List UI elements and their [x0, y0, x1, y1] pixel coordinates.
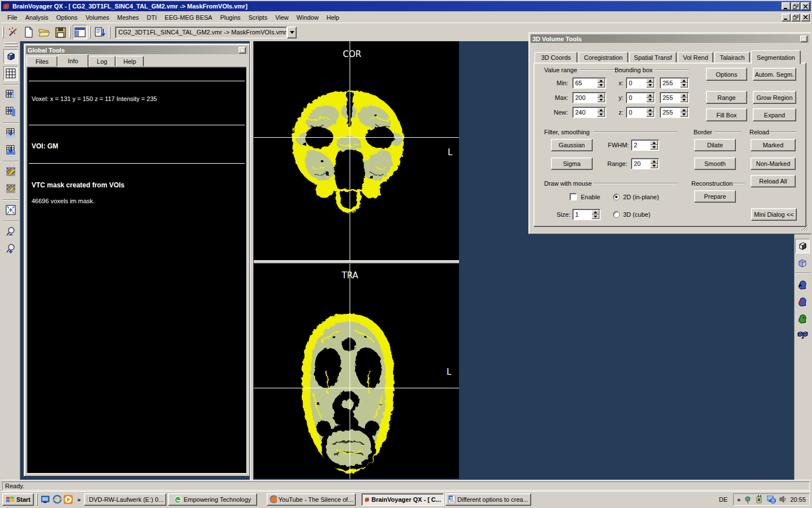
- multi-cube-icon[interactable]: [795, 328, 810, 343]
- smooth-button[interactable]: Smooth: [694, 157, 736, 170]
- fwhm-spinbox[interactable]: 2: [631, 139, 659, 151]
- show-desktop-icon[interactable]: [41, 494, 51, 505]
- dilate-button[interactable]: Dilate: [694, 139, 736, 151]
- y-min-spinbox[interactable]: 0: [626, 92, 655, 103]
- spin-down-icon[interactable]: [680, 83, 688, 87]
- power-plug-icon[interactable]: [756, 495, 764, 503]
- menu-meshes[interactable]: Meshes: [113, 13, 143, 22]
- document-combo[interactable]: CG2_3DT1FL_SINC4_TAL_GM2.vmr -> MaskFrom…: [115, 27, 287, 38]
- tab-help[interactable]: Help: [116, 56, 144, 67]
- options-button[interactable]: Options: [706, 68, 747, 81]
- menu-volumes[interactable]: Volumes: [82, 13, 113, 22]
- toolbar-grip[interactable]: [69, 26, 71, 38]
- wireless-signal-icon[interactable]: [744, 495, 752, 503]
- max-value-spinbox[interactable]: 200: [572, 92, 606, 103]
- z-max-spinbox[interactable]: 255: [660, 107, 689, 118]
- save-file-button[interactable]: [53, 25, 68, 40]
- spin-down-icon[interactable]: [597, 98, 605, 102]
- global-tools-titlebar[interactable]: Global Tools ×: [26, 46, 248, 54]
- expand-button[interactable]: Expand: [753, 108, 796, 121]
- toolbar-grip[interactable]: [89, 26, 91, 38]
- mode-3d-radio[interactable]: [613, 211, 620, 218]
- spin-down-icon[interactable]: [680, 98, 688, 102]
- menu-analysis[interactable]: Analysis: [21, 13, 52, 22]
- internet-explorer-icon[interactable]: [52, 494, 62, 505]
- spin-up-icon[interactable]: [650, 141, 658, 145]
- child-close-icon[interactable]: [801, 14, 810, 21]
- clock[interactable]: 20:55: [790, 496, 806, 503]
- menu-scripts[interactable]: Scripts: [245, 13, 272, 22]
- tab-spatial-transf[interactable]: Spatial Transf: [629, 52, 677, 63]
- toolbar-grip[interactable]: [109, 26, 111, 38]
- menu-options[interactable]: Options: [52, 13, 82, 22]
- head-rotate-icon[interactable]: [795, 277, 810, 292]
- menu-file[interactable]: File: [3, 13, 21, 22]
- grow-region-button[interactable]: Grow Region: [753, 91, 796, 104]
- grid-iso-filled-icon[interactable]: [3, 143, 18, 157]
- left-strip-grip[interactable]: [4, 42, 17, 47]
- tray-collapse-chevron[interactable]: «: [737, 496, 740, 503]
- child-restore-icon[interactable]: [791, 14, 800, 21]
- volume-tools-titlebar[interactable]: 3D Volume Tools ×: [531, 34, 809, 43]
- open-file-button[interactable]: [37, 25, 52, 40]
- tab-talairach[interactable]: Talairach: [714, 52, 750, 63]
- close-icon[interactable]: ×: [800, 36, 807, 42]
- head-rotate-red-icon[interactable]: [795, 294, 810, 309]
- autom-segm-button[interactable]: Autom. Segm.: [753, 68, 796, 81]
- prepare-button[interactable]: Prepare: [694, 190, 736, 203]
- z-min-spinbox[interactable]: 0: [626, 107, 655, 118]
- tab-log[interactable]: Log: [89, 56, 116, 67]
- size-spinbox[interactable]: 1: [572, 209, 601, 220]
- spin-down-icon[interactable]: [597, 112, 605, 117]
- marked-button[interactable]: Marked: [751, 139, 796, 151]
- minimize-icon[interactable]: [782, 2, 791, 10]
- non-marked-button[interactable]: Non-Marked: [751, 157, 796, 170]
- menu-window[interactable]: Window: [293, 13, 323, 22]
- task-brainvoyager[interactable]: BrainVoyager QX - [ C...: [361, 493, 444, 506]
- tab-files[interactable]: Files: [27, 56, 58, 67]
- quick-launch-overflow-chevron[interactable]: »: [74, 496, 84, 503]
- layout-panel-button[interactable]: [73, 25, 87, 40]
- task-dvd-drive[interactable]: DVD-RW-Laufwerk (E:) 0...: [84, 493, 166, 506]
- y-max-spinbox[interactable]: 255: [660, 92, 689, 103]
- spin-up-icon[interactable]: [680, 78, 688, 83]
- enable-checkbox[interactable]: [570, 193, 577, 200]
- task-word-document[interactable]: W Different options to crea...: [445, 493, 531, 506]
- combo-dropdown-button[interactable]: [287, 27, 297, 38]
- task-empowering-technology[interactable]: Empowering Technology: [168, 493, 257, 506]
- toolbar-grip[interactable]: [2, 26, 4, 38]
- menu-dti[interactable]: DTI: [143, 13, 161, 22]
- zoom-in-icon[interactable]: [3, 241, 18, 256]
- spin-down-icon[interactable]: [592, 214, 599, 219]
- volume-speaker-icon[interactable]: [779, 496, 787, 503]
- wand-tool-button[interactable]: [6, 25, 20, 40]
- spin-up-icon[interactable]: [650, 159, 658, 164]
- spin-up-icon[interactable]: [592, 210, 599, 214]
- network-icon[interactable]: [767, 496, 776, 503]
- menu-view[interactable]: View: [271, 13, 293, 22]
- tab-vol-rend[interactable]: Vol Rend: [678, 52, 713, 63]
- dialog-resize-grip[interactable]: [801, 224, 809, 231]
- spin-down-icon[interactable]: [650, 145, 658, 150]
- grid-translate-icon[interactable]: [3, 87, 18, 102]
- spin-up-icon[interactable]: [597, 108, 605, 112]
- new-file-button[interactable]: [21, 25, 36, 40]
- spin-up-icon[interactable]: [680, 108, 688, 112]
- task-youtube-firefox[interactable]: YouTube - The Silence of...: [267, 493, 356, 506]
- menu-plugins[interactable]: Plugins: [216, 13, 244, 22]
- mode-2d-radio[interactable]: [613, 194, 620, 200]
- start-button[interactable]: Start: [2, 493, 34, 506]
- spin-down-icon[interactable]: [680, 112, 688, 117]
- menu-eeg-meg-besa[interactable]: EEG-MEG BESA: [161, 13, 216, 22]
- vertical-splitter[interactable]: [250, 41, 254, 480]
- child-minimize-icon[interactable]: [782, 14, 791, 21]
- wireframe-cube-icon[interactable]: [795, 256, 810, 270]
- tab-coregistration[interactable]: Coregistration: [579, 52, 628, 63]
- language-indicator[interactable]: DE: [716, 495, 731, 504]
- spin-down-icon[interactable]: [646, 83, 654, 87]
- min-value-spinbox[interactable]: 65: [572, 77, 606, 89]
- head-green-icon[interactable]: [795, 311, 810, 326]
- close-icon[interactable]: [801, 2, 810, 10]
- zoom-out-icon[interactable]: [3, 224, 18, 239]
- spin-up-icon[interactable]: [597, 78, 605, 83]
